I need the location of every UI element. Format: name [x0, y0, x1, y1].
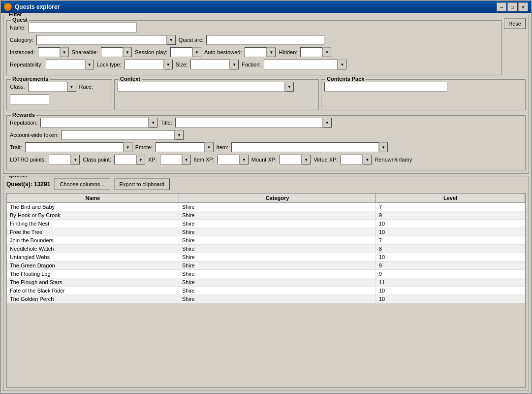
repeatability-input[interactable] — [46, 60, 85, 69]
size-combo: ▼ — [190, 60, 239, 69]
category-dropdown-btn[interactable]: ▼ — [167, 35, 176, 45]
hidden-combo: ▼ — [300, 47, 331, 57]
locktype-dropdown-btn[interactable]: ▼ — [164, 60, 173, 69]
emote-input[interactable] — [156, 142, 205, 152]
table-row[interactable]: The Floating LogShire9 — [7, 270, 525, 278]
cell-name: The Plough and Stars — [7, 278, 179, 286]
trait-combo: ▼ — [25, 142, 132, 152]
item-xp-input[interactable] — [218, 155, 240, 164]
class-input[interactable] — [28, 82, 67, 92]
maximize-button[interactable]: □ — [507, 2, 517, 11]
table-row[interactable]: Join the BoundersShire7 — [7, 236, 525, 245]
cell-name: Untangled Webs — [7, 253, 179, 261]
title-input[interactable] — [175, 118, 323, 128]
trait-dropdown-btn[interactable]: ▼ — [124, 142, 132, 152]
race-input[interactable] — [10, 95, 49, 104]
table-row[interactable]: By Hook or By CrookShire9 — [7, 211, 525, 220]
item-dropdown-btn[interactable]: ▼ — [379, 142, 388, 152]
lotro-points-input[interactable] — [49, 155, 71, 164]
category-input[interactable] — [36, 35, 167, 45]
locktype-combo: ▼ — [125, 60, 173, 69]
reputation-dropdown-btn[interactable]: ▼ — [149, 118, 157, 128]
table-row[interactable]: Fate of the Black RiderShire10 — [7, 287, 525, 295]
mount-xp-dropdown-btn[interactable]: ▼ — [302, 155, 311, 164]
size-dropdown-btn[interactable]: ▼ — [230, 60, 239, 69]
contents-pack-box: Contents Pack — [321, 79, 526, 110]
virtue-xp-dropdown-btn[interactable]: ▼ — [363, 155, 372, 164]
cell-category: Shire — [179, 245, 376, 253]
content-area: Filter Quest Name: Category: — [1, 13, 531, 393]
sessionplay-dropdown-btn[interactable]: ▼ — [192, 47, 201, 57]
context-dropdown-btn[interactable]: ▼ — [285, 82, 294, 92]
cell-category: Shire — [179, 270, 376, 278]
trait-input[interactable] — [25, 142, 124, 152]
instanced-input[interactable] — [38, 47, 60, 57]
context-input[interactable] — [118, 82, 285, 92]
table-row[interactable]: The Golden PerchShire10 — [7, 295, 525, 303]
cell-level: 7 — [376, 236, 525, 244]
locktype-input[interactable] — [125, 60, 164, 69]
shareable-dropdown-btn[interactable]: ▼ — [123, 47, 132, 57]
minimize-button[interactable]: – — [497, 2, 506, 11]
item-input[interactable] — [231, 142, 379, 152]
close-button[interactable]: ✕ — [518, 2, 528, 11]
account-wide-token-dropdown-btn[interactable]: ▼ — [175, 130, 184, 140]
repeatability-combo: ▼ — [46, 60, 94, 69]
export-to-clipboard-button[interactable]: Export to clipboard — [114, 178, 170, 190]
table-row[interactable]: The Bird and BabyShire7 — [7, 203, 525, 211]
emote-dropdown-btn[interactable]: ▼ — [205, 142, 214, 152]
autobestowed-input[interactable] — [245, 47, 267, 57]
faction-combo: ▼ — [264, 60, 346, 69]
reputation-input[interactable] — [40, 118, 149, 128]
requirements-section: Requirements Class: ▼ Race: Context — [6, 79, 526, 110]
faction-dropdown-btn[interactable]: ▼ — [338, 60, 346, 69]
instanced-dropdown-btn[interactable]: ▼ — [60, 47, 69, 57]
cell-level: 9 — [376, 211, 525, 219]
account-wide-token-input[interactable] — [62, 130, 175, 140]
lotro-points-dropdown-btn[interactable]: ▼ — [71, 155, 80, 164]
cell-level: 9 — [376, 270, 525, 278]
class-dropdown-btn[interactable]: ▼ — [67, 82, 76, 92]
choose-columns-button[interactable]: Choose columns... — [54, 178, 110, 190]
app-icon — [4, 3, 12, 11]
column-header-level[interactable]: Level — [376, 194, 525, 202]
column-header-name[interactable]: Name — [7, 194, 179, 202]
title-dropdown-btn[interactable]: ▼ — [323, 118, 332, 128]
table-row[interactable]: Finding the NestShire10 — [7, 220, 525, 228]
table-row[interactable]: Untangled WebsShire10 — [7, 253, 525, 262]
cell-category: Shire — [179, 220, 376, 228]
item-xp-dropdown-btn[interactable]: ▼ — [240, 155, 249, 164]
questarc-input[interactable] — [206, 35, 324, 45]
name-label: Name: — [10, 25, 26, 31]
hidden-input[interactable] — [300, 47, 322, 57]
locktype-label: Lock type: — [97, 62, 122, 67]
reset-button[interactable]: Rese — [504, 18, 526, 29]
size-input[interactable] — [190, 60, 230, 69]
sessionplay-input[interactable] — [170, 47, 192, 57]
table-row[interactable]: The Plough and StarsShire11 — [7, 278, 525, 287]
class-point-input[interactable] — [114, 155, 136, 164]
questarc-combo — [206, 35, 324, 45]
faction-input[interactable] — [264, 60, 338, 69]
quests-section-label: Quests — [7, 176, 29, 178]
xp-input[interactable] — [160, 155, 182, 164]
table-row[interactable]: Needlehole WatchShire8 — [7, 245, 525, 253]
repeatability-dropdown-btn[interactable]: ▼ — [85, 60, 94, 69]
mount-xp-input[interactable] — [280, 155, 302, 164]
hidden-dropdown-btn[interactable]: ▼ — [322, 47, 331, 57]
cell-level: 10 — [376, 220, 525, 228]
contents-pack-input[interactable] — [324, 82, 447, 92]
table-row[interactable]: Free the TreeShire10 — [7, 228, 525, 236]
class-point-dropdown-btn[interactable]: ▼ — [136, 155, 145, 164]
name-row: Name: — [10, 23, 499, 33]
autobestowed-dropdown-btn[interactable]: ▼ — [267, 47, 276, 57]
instanced-label: Instanced: — [10, 49, 35, 55]
xp-dropdown-btn[interactable]: ▼ — [182, 155, 191, 164]
column-header-category[interactable]: Category — [179, 194, 376, 202]
shareable-input[interactable] — [101, 47, 123, 57]
virtue-xp-input[interactable] — [341, 155, 363, 164]
reputation-combo: ▼ — [40, 118, 157, 128]
table-row[interactable]: The Green DragonShire9 — [7, 262, 525, 270]
name-input[interactable] — [29, 23, 137, 33]
cell-level: 10 — [376, 295, 525, 303]
